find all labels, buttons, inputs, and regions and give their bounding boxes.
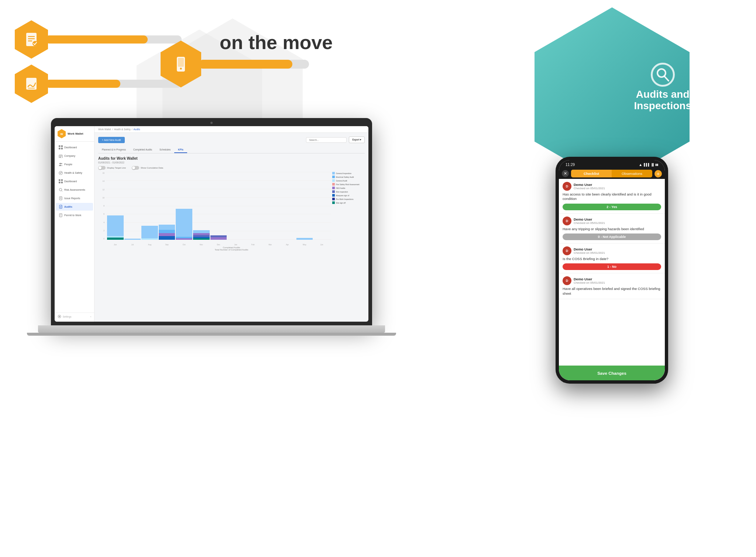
avatar-1: D bbox=[563, 182, 571, 191]
bar-aug bbox=[141, 226, 158, 240]
svg-rect-25 bbox=[61, 182, 63, 184]
answer-3[interactable]: 1 - No bbox=[563, 263, 661, 270]
bar-sep bbox=[159, 225, 175, 240]
save-changes-button[interactable]: Save Changes bbox=[563, 371, 661, 376]
sidebar-item-dashboard1[interactable]: Dashboard bbox=[56, 143, 93, 151]
phone-tab-observations[interactable]: Observations bbox=[612, 170, 652, 177]
chart-y-axis: 1614121086420 bbox=[98, 172, 106, 246]
svg-rect-23 bbox=[61, 179, 63, 181]
audits-inspect-title-line2: Inspections bbox=[634, 100, 691, 112]
svg-point-36 bbox=[59, 316, 60, 317]
svg-rect-19 bbox=[60, 157, 61, 158]
user-name-1: Demo User bbox=[574, 183, 605, 187]
svg-line-1 bbox=[664, 76, 669, 81]
svg-line-27 bbox=[62, 191, 63, 192]
tab-schedules[interactable]: Schedules bbox=[156, 147, 174, 153]
tab-planned[interactable]: Planned & In Progress bbox=[98, 147, 130, 153]
phone-content: D Demo User Checked on 05/01/2021 Has ac… bbox=[559, 179, 665, 366]
sidebar-item-issues[interactable]: Issue Reports bbox=[56, 194, 93, 202]
settings-row[interactable]: Settings ‹ bbox=[55, 312, 94, 320]
sidebar-item-risk[interactable]: Risk Assessments bbox=[56, 186, 93, 194]
svg-rect-16 bbox=[59, 155, 62, 158]
svg-rect-13 bbox=[61, 145, 63, 147]
answer-1[interactable]: 2 - Yes bbox=[563, 204, 661, 210]
svg-point-21 bbox=[61, 163, 62, 164]
toggle-target-line[interactable]: Display Target Line bbox=[98, 166, 126, 170]
phone-add-button[interactable]: + bbox=[654, 170, 662, 177]
question-3: Is the COSS Briefing in date? bbox=[563, 257, 661, 261]
chart-date-range: 01/06/2021 - 01/06/2022 bbox=[98, 161, 365, 164]
bar-jul bbox=[124, 239, 141, 240]
sidebar-item-people[interactable]: People bbox=[56, 160, 93, 168]
phone-footer: Save Changes bbox=[559, 366, 665, 380]
bar-may bbox=[296, 238, 313, 240]
checked-date-2: Checked on 05/01/2021 bbox=[574, 221, 605, 225]
avatar-4: D bbox=[563, 276, 571, 285]
checklist-item-4: D Demo User Checked on 05/01/2021 Have a… bbox=[559, 273, 665, 299]
bar-jun bbox=[107, 215, 124, 240]
sidebar-item-hs[interactable]: Health & Safety bbox=[56, 169, 93, 177]
chart-caption: Completed Audits Total Number of Complet… bbox=[98, 246, 365, 251]
avatar-3: D bbox=[563, 246, 571, 255]
svg-rect-12 bbox=[59, 145, 61, 147]
settings-label: Settings bbox=[63, 315, 72, 318]
people-label: People bbox=[64, 163, 72, 166]
hex-progress-2 bbox=[15, 65, 182, 103]
phone-tab-checklist[interactable]: Checklist bbox=[571, 170, 612, 177]
hex-progress-1 bbox=[15, 20, 182, 59]
user-name-2: Demo User bbox=[574, 217, 605, 221]
tabs-row: Planned & In Progress Completed Audits S… bbox=[98, 147, 365, 153]
bar-nov bbox=[193, 230, 210, 240]
checked-date-1: Checked on 05/01/2021 bbox=[574, 187, 605, 190]
sidebar-item-dashboard2[interactable]: Dashboard bbox=[56, 177, 93, 185]
audits-inspect-panel: Audits and Inspections bbox=[634, 63, 691, 112]
answer-2[interactable]: 0 - Not Applicable bbox=[563, 233, 661, 240]
sidebar-item-permit[interactable]: Permit to Work bbox=[56, 211, 93, 219]
breadcrumb-audits: Audits bbox=[133, 128, 140, 131]
search-input[interactable] bbox=[306, 137, 347, 143]
laptop: w Work Wallet Dashboard Company bbox=[51, 118, 372, 336]
top-bar: Work Wallet / Health & Safety / Audits bbox=[94, 126, 368, 133]
sidebar-logo: w Work Wallet bbox=[55, 126, 94, 142]
bar-dec bbox=[210, 235, 227, 240]
svg-rect-24 bbox=[59, 182, 61, 184]
logo-text: Work Wallet bbox=[68, 132, 83, 135]
avatar-2: D bbox=[563, 217, 571, 225]
checked-date-3: Checked on 05/01/2021 bbox=[574, 251, 605, 255]
checklist-item-2: D Demo User Checked on 05/01/2021 Have a… bbox=[559, 214, 665, 243]
question-2: Have any tripping or slipping hazards be… bbox=[563, 227, 661, 231]
svg-rect-33 bbox=[59, 214, 62, 217]
svg-point-26 bbox=[59, 188, 62, 191]
chart-legend: General Inspection Electrical Safety Aud… bbox=[332, 172, 365, 204]
bar-oct bbox=[176, 209, 192, 240]
toggle-cumulative[interactable]: Show Cumulative Data bbox=[132, 166, 163, 170]
svg-rect-17 bbox=[60, 156, 61, 156]
user-name-4: Demo User bbox=[574, 277, 605, 281]
svg-point-20 bbox=[59, 163, 61, 165]
svg-rect-15 bbox=[61, 148, 63, 150]
phone-close-button[interactable]: ✕ bbox=[562, 170, 569, 177]
tab-kpis[interactable]: KPIs bbox=[174, 147, 187, 153]
checklist-item-3: D Demo User Checked on 05/01/2021 Is the… bbox=[559, 243, 665, 273]
on-the-move-text: on the move bbox=[220, 31, 333, 53]
question-4: Have all operatives been briefed and sig… bbox=[563, 287, 661, 296]
sidebar-item-company[interactable]: Company bbox=[56, 152, 93, 160]
svg-rect-18 bbox=[61, 156, 62, 156]
svg-rect-10 bbox=[178, 58, 184, 67]
sidebar: w Work Wallet Dashboard Company bbox=[55, 126, 94, 322]
sidebar-item-audits[interactable]: Audits bbox=[56, 203, 93, 211]
tab-completed[interactable]: Completed Audits bbox=[130, 147, 156, 153]
checklist-item-1: D Demo User Checked on 05/01/2021 Has ac… bbox=[559, 179, 665, 214]
user-name-3: Demo User bbox=[574, 247, 605, 251]
svg-point-11 bbox=[180, 68, 182, 69]
checked-date-4: Checked on 05/01/2021 bbox=[574, 281, 605, 284]
add-audit-button[interactable]: + Add New Audit bbox=[98, 137, 125, 143]
phone-status-bar: 11:29 ▲ ▌▌▌ ▓ ▮▮ bbox=[559, 160, 665, 168]
breadcrumb-hs: Health & Safety bbox=[114, 128, 130, 131]
export-button[interactable]: Export ▾ bbox=[349, 136, 365, 143]
breadcrumb-work-wallet: Work Wallet bbox=[98, 128, 111, 131]
audits-inspect-title-line1: Audits and bbox=[634, 89, 691, 100]
svg-rect-14 bbox=[59, 148, 61, 150]
question-1: Has access to site been clearly identifi… bbox=[563, 192, 661, 201]
chart-title: Audits for Work Wallet bbox=[98, 156, 365, 160]
